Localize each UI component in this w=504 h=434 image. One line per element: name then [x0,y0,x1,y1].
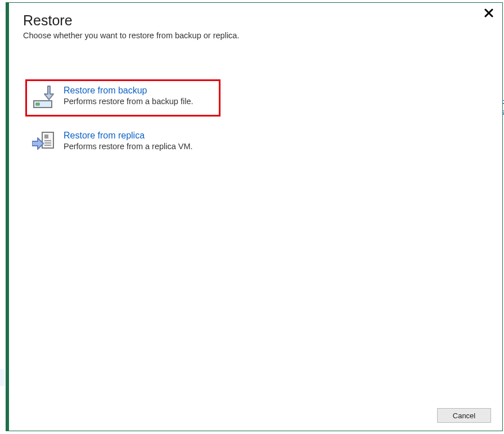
page-title: Restore [23,13,480,29]
close-button[interactable] [484,8,496,20]
background-fragment [0,369,5,386]
restore-options: Restore from backup Performs restore fro… [25,79,483,169]
dialog-accent-bar [6,3,9,431]
option-text: Restore from backup Performs restore fro… [64,85,214,106]
option-restore-from-backup[interactable]: Restore from backup Performs restore fro… [25,79,220,117]
option-text: Restore from replica Performs restore fr… [64,130,214,151]
close-icon [484,10,493,19]
replica-icon [32,130,57,155]
option-title: Restore from backup [64,85,214,96]
option-restore-from-replica[interactable]: Restore from replica Performs restore fr… [25,124,220,162]
svg-rect-3 [44,135,48,138]
dialog-header: Restore Choose whether you want to resto… [23,13,480,40]
restore-dialog: Restore Choose whether you want to resto… [6,2,503,431]
svg-rect-1 [36,103,39,105]
backup-icon [32,85,57,110]
cancel-button[interactable]: Cancel [437,408,491,423]
option-description: Performs restore from a replica VM. [64,141,214,151]
dialog-footer: Cancel [437,408,491,423]
option-description: Performs restore from a backup file. [64,96,214,106]
page-subtitle: Choose whether you want to restore from … [23,31,480,40]
option-title: Restore from replica [64,130,214,141]
